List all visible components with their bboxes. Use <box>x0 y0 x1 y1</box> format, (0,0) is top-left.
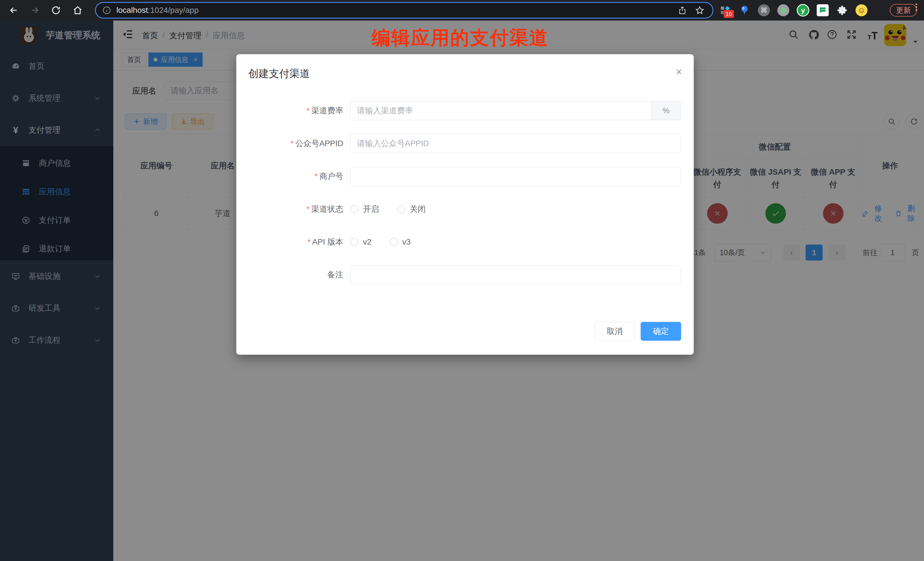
address-bar[interactable]: localhost:1024/pay/app <box>95 2 713 18</box>
extension-chat-icon[interactable] <box>817 4 829 16</box>
status-radio-closed[interactable]: 关闭 <box>397 204 426 214</box>
browser-forward-button[interactable] <box>28 4 41 16</box>
create-channel-dialog: 创建支付渠道 × *渠道费率 请输入渠道费率 % *公众号APPID 请输入公众… <box>236 54 694 355</box>
merchant-input[interactable] <box>350 167 681 186</box>
extension-y-icon[interactable]: y <box>797 4 809 16</box>
appid-label: *公众号APPID <box>248 138 343 149</box>
radio-label: 关闭 <box>410 204 426 214</box>
forward-icon <box>30 5 40 15</box>
home-icon <box>72 5 83 15</box>
extension-puzzle-icon[interactable] <box>836 4 848 16</box>
field-row-api: *API 版本 v2 v3 <box>248 232 681 251</box>
api-radio-v2[interactable]: v2 <box>350 237 372 246</box>
browser-menu-icon[interactable] <box>915 3 917 11</box>
extension-badge: 10 <box>724 10 734 18</box>
bookmark-star-icon[interactable] <box>695 5 705 15</box>
radio-icon <box>350 238 358 246</box>
rate-input[interactable]: 请输入渠道费率 <box>350 101 651 120</box>
radio-icon <box>350 205 358 213</box>
appid-input[interactable]: 请输入公众号APPID <box>350 134 681 153</box>
close-icon[interactable]: × <box>673 66 685 78</box>
field-row-rate: *渠道费率 请输入渠道费率 % <box>248 101 681 120</box>
status-radio-open[interactable]: 开启 <box>350 204 379 214</box>
site-info-icon[interactable] <box>102 6 111 15</box>
url-path: :1024/pay/app <box>148 6 199 15</box>
rate-placeholder: 请输入渠道费率 <box>357 105 413 116</box>
status-label: *渠道状态 <box>248 204 343 214</box>
radio-label: v2 <box>363 237 372 246</box>
appid-placeholder: 请输入公众号APPID <box>357 138 429 149</box>
radio-label: v3 <box>402 237 411 246</box>
browser-back-button[interactable] <box>8 4 20 16</box>
reload-icon <box>51 5 61 15</box>
extensions-bar: 10 ⌘ y ☺ <box>719 0 867 21</box>
field-row-status: *渠道状态 开启 关闭 <box>248 200 681 219</box>
browser-update-button[interactable]: 更新 <box>890 4 917 16</box>
api-radio-v3[interactable]: v3 <box>390 237 411 246</box>
back-icon <box>9 5 19 15</box>
merchant-label: *商户号 <box>248 171 343 182</box>
radio-icon <box>390 238 398 246</box>
cancel-button[interactable]: 取消 <box>595 322 634 341</box>
field-row-remark: 备注 <box>248 266 681 284</box>
field-row-merchant: *商户号 <box>248 167 681 186</box>
rate-suffix: % <box>651 101 681 120</box>
extension-green-dot-icon[interactable] <box>777 4 789 16</box>
remark-label: 备注 <box>248 269 343 280</box>
share-icon[interactable] <box>678 6 687 15</box>
dialog-title: 创建支付渠道 <box>248 67 310 81</box>
remark-input[interactable] <box>350 266 681 284</box>
browser-chrome: localhost:1024/pay/app 10 ⌘ y <box>0 0 924 21</box>
rate-label: *渠道费率 <box>248 105 343 116</box>
confirm-button[interactable]: 确定 <box>640 322 681 341</box>
radio-label: 开启 <box>363 204 379 214</box>
field-row-appid: *公众号APPID 请输入公众号APPID <box>248 134 681 153</box>
browser-reload-button[interactable] <box>50 4 62 16</box>
annotation-text: 编辑应用的支付渠道 <box>372 25 549 51</box>
extension-emoji-icon[interactable]: ☺ <box>855 4 867 16</box>
update-label: 更新 <box>896 5 911 15</box>
url-host: localhost <box>116 6 148 15</box>
radio-icon <box>397 205 405 213</box>
extension-command-icon[interactable]: ⌘ <box>758 4 770 16</box>
browser-home-button[interactable] <box>71 4 84 16</box>
extension-grid-icon[interactable]: 10 <box>719 4 731 16</box>
api-label: *API 版本 <box>248 237 343 248</box>
extension-balloon-icon[interactable] <box>738 4 750 16</box>
